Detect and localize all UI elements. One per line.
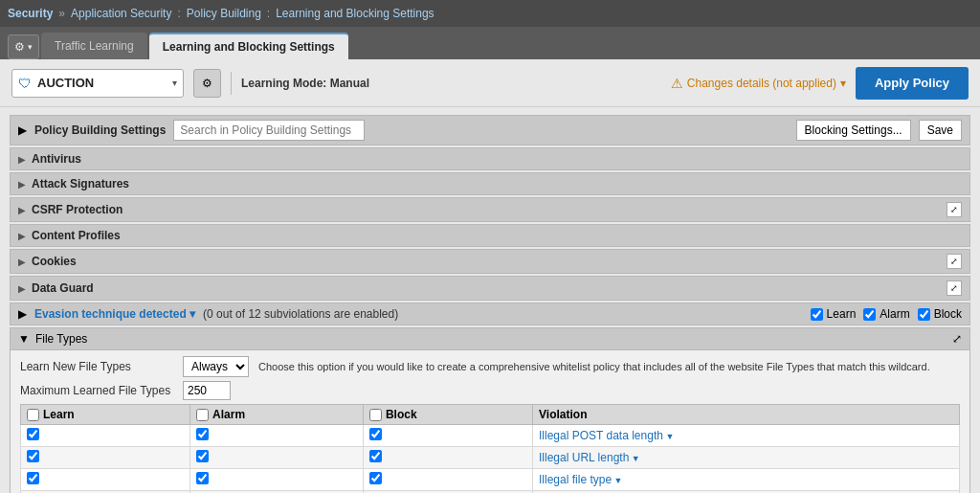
learn-checkbox-row-1[interactable] bbox=[27, 450, 39, 462]
violation-link-row-2[interactable]: Illegal file type bbox=[539, 473, 622, 486]
file-types-expand-icon[interactable]: ⤢ bbox=[952, 332, 962, 346]
apply-policy-button[interactable]: Apply Policy bbox=[856, 67, 969, 100]
learn-checkbox-row-0[interactable] bbox=[27, 428, 39, 440]
table-row: Illegal POST data length bbox=[21, 425, 960, 447]
pbs-arrow: ▶ bbox=[18, 123, 27, 137]
alarm-checkbox-row-0[interactable] bbox=[196, 428, 209, 440]
policy-selector[interactable]: 🛡 AUCTION ▾ bbox=[11, 69, 184, 98]
settings-gear-button[interactable]: ⚙ ▾ bbox=[8, 34, 39, 59]
tab-learning-blocking-settings[interactable]: Learning and Blocking Settings bbox=[149, 33, 348, 59]
col-block: Block bbox=[363, 405, 532, 425]
main-content: ▶ Policy Building Settings Blocking Sett… bbox=[0, 107, 980, 493]
evasion-block-checkbox[interactable] bbox=[918, 308, 930, 321]
content-profiles-section[interactable]: ▶ Content Profiles bbox=[10, 224, 970, 247]
toolbar: 🛡 AUCTION ▾ ⚙ Learning Mode: Manual ⚠ Ch… bbox=[0, 59, 980, 107]
attack-signatures-arrow: ▶ bbox=[18, 179, 26, 190]
gear-icon: ⚙ bbox=[14, 40, 25, 54]
block-checkbox-row-1[interactable] bbox=[369, 450, 382, 462]
evasion-learn-label[interactable]: Learn bbox=[811, 307, 857, 321]
violation-link-row-1[interactable]: Illegal URL length bbox=[539, 451, 640, 464]
warning-icon: ⚠ bbox=[671, 76, 683, 91]
block-all-checkbox[interactable] bbox=[369, 409, 382, 421]
csrf-title: CSRF Protection bbox=[32, 203, 122, 216]
alarm-checkbox-row-2[interactable] bbox=[196, 472, 209, 484]
cookies-title: Cookies bbox=[32, 255, 77, 268]
policy-gear-icon: ⚙ bbox=[202, 77, 212, 90]
data-guard-title: Data Guard bbox=[32, 281, 94, 295]
changes-details-button[interactable]: ⚠ Changes details (not applied) ▾ bbox=[671, 76, 846, 91]
cookies-expand-icon[interactable]: ⤢ bbox=[947, 254, 962, 269]
gear-arrow: ▾ bbox=[28, 42, 33, 52]
antivirus-arrow: ▶ bbox=[18, 154, 26, 165]
antivirus-title: Antivirus bbox=[32, 152, 81, 166]
csrf-arrow: ▶ bbox=[18, 205, 26, 215]
file-types-title: File Types bbox=[35, 332, 87, 346]
max-learned-row: Maximum Learned File Types bbox=[20, 381, 960, 400]
data-guard-expand-icon[interactable]: ⤢ bbox=[947, 280, 962, 296]
content-profiles-arrow: ▶ bbox=[18, 231, 26, 241]
evasion-alarm-label[interactable]: Alarm bbox=[863, 307, 909, 321]
nav-current: Learning and Blocking Settings bbox=[276, 7, 434, 20]
csrf-section[interactable]: ▶ CSRF Protection ⤢ bbox=[10, 197, 970, 222]
file-types-section-header[interactable]: ▼ File Types ⤢ bbox=[10, 327, 970, 350]
nav-policy-building[interactable]: Policy Building bbox=[187, 7, 261, 20]
policy-gear-button[interactable]: ⚙ bbox=[193, 69, 221, 98]
block-checkbox-row-2[interactable] bbox=[369, 472, 382, 484]
blocking-settings-button[interactable]: Blocking Settings... bbox=[796, 120, 911, 141]
sep1: » bbox=[58, 7, 65, 20]
block-checkbox-row-0[interactable] bbox=[369, 428, 382, 440]
col-violation: Violation bbox=[533, 405, 960, 425]
tab-bar: ⚙ ▾ Traffic Learning Learning and Blocki… bbox=[0, 27, 980, 59]
cookies-arrow: ▶ bbox=[18, 257, 26, 267]
file-types-body: Learn New File Types Always Choose this … bbox=[10, 350, 970, 493]
learn-new-label: Learn New File Types bbox=[20, 360, 173, 373]
alarm-all-checkbox[interactable] bbox=[196, 409, 209, 421]
data-guard-section[interactable]: ▶ Data Guard ⤢ bbox=[10, 276, 970, 301]
antivirus-section[interactable]: ▶ Antivirus bbox=[10, 147, 970, 170]
search-policy-building-input[interactable] bbox=[173, 120, 365, 141]
learn-all-checkbox[interactable] bbox=[27, 409, 39, 421]
csrf-expand-icon[interactable]: ⤢ bbox=[947, 202, 962, 217]
file-types-arrow: ▼ bbox=[18, 332, 30, 346]
evasion-alarm-checkbox[interactable] bbox=[863, 308, 876, 321]
tab-traffic-learning[interactable]: Traffic Learning bbox=[41, 33, 147, 59]
col-learn: Learn bbox=[21, 405, 190, 425]
changes-label: Changes details (not applied) bbox=[687, 77, 836, 90]
attack-signatures-title: Attack Signatures bbox=[32, 177, 129, 190]
save-button[interactable]: Save bbox=[919, 120, 962, 141]
evasion-block-label[interactable]: Block bbox=[918, 307, 962, 321]
policy-dropdown-arrow: ▾ bbox=[172, 78, 177, 88]
evasion-learn-checkbox[interactable] bbox=[811, 308, 823, 321]
policy-name: AUCTION bbox=[37, 76, 167, 90]
violations-table: Learn Alarm Block bbox=[20, 404, 960, 493]
cookies-section[interactable]: ▶ Cookies ⤢ bbox=[10, 249, 970, 274]
changes-arrow: ▾ bbox=[840, 77, 846, 90]
toolbar-separator bbox=[231, 72, 232, 95]
evasion-link[interactable]: Evasion technique detected ▾ bbox=[34, 307, 195, 321]
data-guard-arrow: ▶ bbox=[18, 283, 26, 294]
attack-signatures-section[interactable]: ▶ Attack Signatures bbox=[10, 172, 970, 195]
content-profiles-title: Content Profiles bbox=[32, 229, 121, 242]
pbs-title: Policy Building Settings bbox=[34, 123, 166, 137]
sep2: : bbox=[177, 7, 180, 20]
shield-icon: 🛡 bbox=[18, 76, 32, 91]
evasion-arrow: ▶ bbox=[18, 307, 27, 321]
nav-app-security[interactable]: Application Security bbox=[71, 7, 171, 20]
policy-building-settings-row: ▶ Policy Building Settings Blocking Sett… bbox=[10, 115, 970, 146]
violation-link-row-0[interactable]: Illegal POST data length bbox=[539, 429, 674, 442]
nav-security[interactable]: Security bbox=[8, 7, 53, 20]
breadcrumb-bar: Security » Application Security : Policy… bbox=[0, 0, 980, 27]
learn-new-select[interactable]: Always bbox=[183, 356, 249, 377]
col-alarm: Alarm bbox=[190, 405, 364, 425]
alarm-checkbox-row-1[interactable] bbox=[196, 450, 209, 462]
learn-new-file-types-row: Learn New File Types Always Choose this … bbox=[20, 356, 960, 377]
evasion-row: ▶ Evasion technique detected ▾ (0 out of… bbox=[10, 303, 970, 325]
table-row: Illegal file type bbox=[21, 469, 960, 491]
evasion-desc: (0 out of 12 subviolations are enabled) bbox=[203, 307, 398, 321]
sep3: : bbox=[267, 7, 270, 20]
learning-mode-text: Learning Mode: Manual bbox=[241, 77, 369, 90]
max-learned-label: Maximum Learned File Types bbox=[20, 384, 173, 397]
learn-checkbox-row-2[interactable] bbox=[27, 472, 39, 484]
max-learned-input[interactable] bbox=[183, 381, 231, 400]
learn-new-desc: Choose this option if you would like to … bbox=[258, 361, 930, 372]
